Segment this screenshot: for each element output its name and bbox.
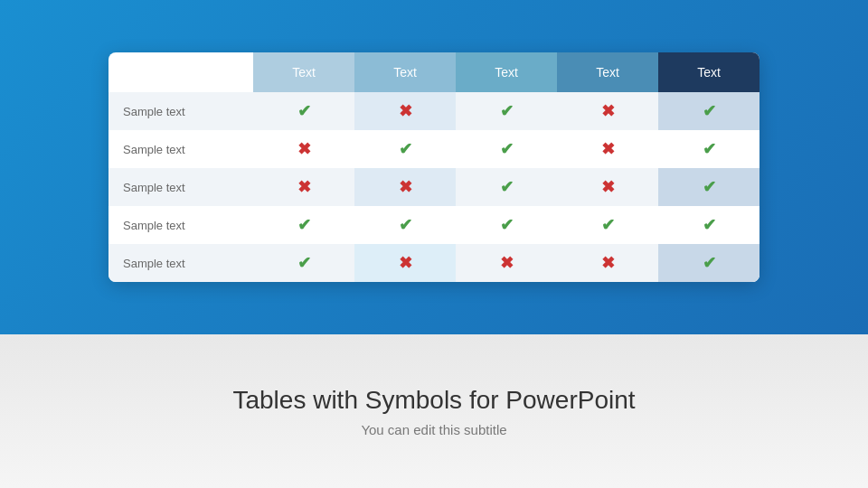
table-row: Sample text✖✔✔✖✔ [108,130,760,168]
header-col-4: Text [557,52,658,92]
check-icon: ✔ [297,216,311,234]
cross-icon: ✖ [399,178,412,196]
header-col-3: Text [456,52,557,92]
check-icon: ✔ [703,216,716,234]
check-icon: ✔ [500,178,514,196]
cell-r3-c0: ✔ [253,206,354,244]
cell-r4-c2: ✖ [456,244,557,282]
cell-r1-c3: ✖ [557,130,658,168]
header-label-col [108,52,253,92]
check-icon: ✔ [399,140,412,158]
cell-r0-c2: ✔ [456,92,557,130]
cell-r4-c3: ✖ [557,244,658,282]
page-subtitle: You can edit this subtitle [361,422,506,437]
cell-r2-c4: ✔ [658,168,760,206]
cell-r1-c1: ✔ [354,130,456,168]
comparison-table-card: Text Text Text Text Text Sample text✔✖✔✖… [108,52,760,282]
cross-icon: ✖ [601,254,615,272]
check-icon: ✔ [703,178,716,196]
cross-icon: ✖ [601,140,615,158]
row-label: Sample text [108,92,253,130]
check-icon: ✔ [601,216,615,234]
table-header-row: Text Text Text Text Text [108,52,760,92]
check-icon: ✔ [500,140,514,158]
cell-r2-c2: ✔ [456,168,557,206]
cell-r2-c1: ✖ [354,168,456,206]
cell-r3-c2: ✔ [456,206,557,244]
row-label: Sample text [108,168,253,206]
cell-r3-c4: ✔ [658,206,760,244]
check-icon: ✔ [703,102,716,120]
header-col-2: Text [354,52,456,92]
cell-r1-c0: ✖ [253,130,354,168]
page-title: Tables with Symbols for PowerPoint [232,386,635,415]
table-row: Sample text✔✖✖✖✔ [108,244,760,282]
table-row: Sample text✔✔✔✔✔ [108,206,760,244]
row-label: Sample text [108,206,253,244]
comparison-table: Text Text Text Text Text Sample text✔✖✔✖… [108,52,760,282]
cross-icon: ✖ [297,140,311,158]
cell-r1-c4: ✔ [658,130,760,168]
row-label: Sample text [108,244,253,282]
top-section: Text Text Text Text Text Sample text✔✖✔✖… [0,0,868,334]
cell-r4-c4: ✔ [658,244,760,282]
check-icon: ✔ [297,102,311,120]
cross-icon: ✖ [399,102,412,120]
check-icon: ✔ [399,216,412,234]
cell-r0-c4: ✔ [658,92,760,130]
table-row: Sample text✔✖✔✖✔ [108,92,760,130]
cell-r3-c3: ✔ [557,206,658,244]
cell-r2-c3: ✖ [557,168,658,206]
cell-r2-c0: ✖ [253,168,354,206]
check-icon: ✔ [297,254,311,272]
bottom-section: Tables with Symbols for PowerPoint You c… [0,334,868,488]
table-row: Sample text✖✖✔✖✔ [108,168,760,206]
cell-r0-c0: ✔ [253,92,354,130]
check-icon: ✔ [703,140,716,158]
check-icon: ✔ [703,254,716,272]
cell-r3-c1: ✔ [354,206,456,244]
cross-icon: ✖ [601,178,615,196]
cell-r0-c1: ✖ [354,92,456,130]
row-label: Sample text [108,130,253,168]
cross-icon: ✖ [601,102,615,120]
cell-r1-c2: ✔ [456,130,557,168]
cross-icon: ✖ [500,254,514,272]
check-icon: ✔ [500,102,514,120]
cross-icon: ✖ [399,254,412,272]
header-col-5: Text [658,52,760,92]
cell-r0-c3: ✖ [557,92,658,130]
cell-r4-c1: ✖ [354,244,456,282]
cross-icon: ✖ [297,178,311,196]
header-col-1: Text [253,52,354,92]
cell-r4-c0: ✔ [253,244,354,282]
check-icon: ✔ [500,216,514,234]
